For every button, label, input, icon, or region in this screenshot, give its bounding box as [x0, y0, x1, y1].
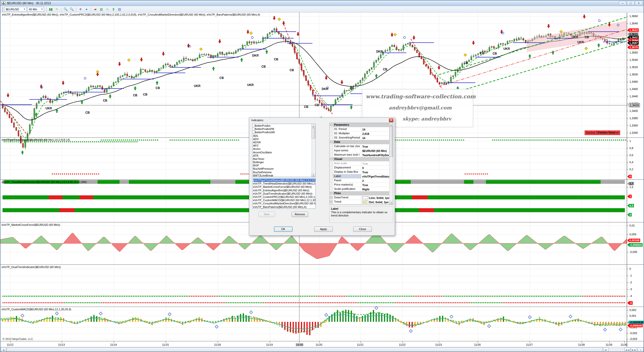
property-section-visual[interactable]: −Visual	[330, 157, 393, 161]
available-indicator-item[interactable]: BuySellPressure	[253, 167, 315, 170]
apply-button[interactable]: Apply	[314, 227, 333, 232]
available-indicator-item[interactable]: _BetterProAmPB	[253, 127, 315, 131]
grid-scroll-thumb[interactable]	[389, 127, 393, 157]
available-indicator-item[interactable]: ADXR	[253, 141, 315, 144]
property-grid[interactable]: −Parameters01. Period1402. Multiplier2,6…	[329, 123, 393, 205]
maximize-button[interactable]: ▢	[627, 1, 634, 5]
property-value-cell[interactable]: 0	[361, 166, 393, 170]
property-section-plots[interactable]: −Plots	[330, 191, 393, 196]
zoom-out-icon[interactable]: 🔍	[69, 7, 74, 12]
scroll-up-icon[interactable]: ▲	[312, 124, 315, 128]
scroll-page-right-icon[interactable]: ►►	[631, 347, 637, 352]
property-row-auto-scale[interactable]: Auto scaleTrue	[330, 161, 393, 166]
available-indicators-list[interactable]: _BetterProAm_BetterProAmPB_BetterProAmSM…	[252, 124, 316, 177]
property-row-03-smoothingperiod[interactable]: 03. SmoothingPeriod14	[330, 136, 393, 140]
available-indicator-item[interactable]: _BetterProAmSM	[253, 131, 315, 134]
property-value-cell[interactable]: True	[361, 183, 393, 187]
property-value-cell[interactable]: True	[361, 161, 393, 165]
available-indicator-item[interactable]: ADX	[253, 138, 315, 141]
selected-indicator-item[interactable]: eVoTP_EntriesAlgorithm($EURUSD (60 Min))	[253, 189, 315, 192]
window-titlebar[interactable]: $EURUSD (60 Min) 30.11.2013 — ▢ ✕	[1, 1, 643, 6]
scroll-page-left-icon[interactable]: ◄◄	[624, 347, 630, 352]
account-dollar-icon[interactable]: $	[111, 7, 116, 12]
property-value-cell[interactable]: TwoHundredFiftySix	[361, 153, 393, 157]
property-value-cell[interactable]: 2	[361, 179, 393, 183]
available-indicator-item[interactable]: BarTimer	[253, 157, 315, 161]
selected-indicator-item[interactable]: eVoTP_TrendHeatDetection($EURUSD (60 Min…	[253, 182, 315, 185]
crosshair-icon[interactable]: ✛	[78, 7, 83, 12]
property-value-cell[interactable]: Line; Solid; 1px	[361, 204, 393, 205]
available-indicator-item[interactable]: AroonOscillator	[253, 151, 315, 154]
grid-scrollbar[interactable]: ▲▼	[389, 123, 393, 204]
property-row-panel[interactable]: Panel2	[330, 179, 393, 183]
indicator-colors-icon[interactable]: ▰	[93, 7, 98, 12]
property-value-cell[interactable]: Right	[361, 187, 393, 191]
selected-indicator-item[interactable]: eVoTP_CrossAndMarketDirection($EURUSD (6…	[253, 202, 315, 205]
property-value-cell[interactable]: $EURUSD (60 Min)	[361, 149, 393, 153]
scrollbar-thumb[interactable]	[7, 347, 603, 352]
h-scrollbar[interactable]: ◄ ► ◄◄ ►► ▪	[1, 347, 644, 352]
available-indicator-item[interactable]: BuySellVolume	[253, 171, 315, 174]
available-indicator-item[interactable]: Aroon	[253, 147, 315, 151]
selected-indicators-list[interactable]: eVoTPgetTrendStatus($EURUSD (60 Min),14,…	[252, 178, 316, 209]
property-value-cell[interactable]: Line; Solid; 1px	[361, 196, 393, 200]
collapse-icon[interactable]: −	[330, 192, 332, 194]
remove-button[interactable]: Remove	[292, 212, 308, 217]
property-section-parameters[interactable]: −Parameters	[330, 123, 393, 127]
property-value-cell[interactable]: 14	[361, 136, 393, 140]
property-row-scale-justification[interactable]: Scale justificationRight	[330, 187, 393, 191]
property-row-displacement[interactable]: Displacement0	[330, 166, 393, 170]
scroll-reset-icon[interactable]: ▪	[637, 347, 643, 352]
scroll-right-icon[interactable]: ►	[603, 347, 609, 352]
interval-select[interactable]: 60 Min▼	[27, 7, 44, 12]
data-grid-icon[interactable]: ▤	[117, 7, 122, 12]
drawing-tools-icon[interactable]: ✎	[54, 7, 60, 12]
property-section-data[interactable]: −Data	[330, 140, 393, 144]
volume-bars-icon[interactable]: ▥	[99, 7, 104, 12]
list-scroll-thumb[interactable]	[312, 128, 315, 139]
available-indicator-item[interactable]: ADL	[253, 134, 315, 138]
property-value-cell[interactable]: Dot; Solid; 1px	[361, 200, 393, 204]
scroll-left-icon[interactable]: ◄	[1, 347, 6, 352]
close-button[interactable]: ✕	[635, 1, 642, 5]
snap-marker-icon[interactable]: ●	[84, 7, 89, 12]
scroll-down-icon[interactable]: ▼	[389, 201, 393, 204]
available-indicator-item[interactable]: Bollinger	[253, 161, 315, 164]
selected-indicator-item[interactable]: eVoTP_BarsPaterns($EURUSD (60 Min),4)	[253, 205, 315, 209]
property-value-cell[interactable]: 14	[361, 127, 393, 131]
available-indicator-item[interactable]: _BetterProAm	[253, 124, 315, 127]
selected-indicator-item[interactable]: eVoTP_CustomMACD($EURUSD (60 Min),12,1,3…	[253, 199, 315, 202]
property-value-cell[interactable]: 2,618	[361, 131, 393, 136]
selected-indicator-item[interactable]: eVoTP_CustomPRC2($EURUSD (60 Min),2,100,…	[253, 195, 315, 199]
available-indicator-item[interactable]: ATR	[253, 154, 315, 157]
property-row-calculate-on-bar-clos[interactable]: Calculate on bar closTrue	[330, 144, 393, 149]
property-row-display-in-data-box[interactable]: Display in Data BoxTrue	[330, 170, 393, 174]
expand-icon[interactable]: +	[330, 201, 332, 203]
property-row-input-series[interactable]: Input series$EURUSD (60 Min)	[330, 149, 393, 153]
property-value-cell[interactable]: eVoTPgetTrendStatu	[361, 174, 393, 178]
selected-indicator-item[interactable]: eVoTP_DualTrendIndicator($EURUSD (60 Min…	[253, 192, 315, 195]
dialog-close-icon[interactable]: ✕	[389, 118, 393, 122]
property-row-01-period[interactable]: 01. Period14	[330, 127, 393, 131]
expand-icon[interactable]: +	[330, 196, 332, 199]
collapse-icon[interactable]: −	[330, 158, 332, 160]
available-indicator-item[interactable]: APZ	[253, 144, 315, 147]
property-value-cell[interactable]: True	[361, 170, 393, 174]
property-row-price-marker-s-[interactable]: Price marker(s)True	[330, 183, 393, 187]
available-indicator-item[interactable]: BWT3LineBreak	[253, 174, 315, 177]
list-scrollbar[interactable]: ▲▼	[311, 124, 315, 177]
new-button[interactable]: New	[258, 212, 275, 217]
selected-indicator-item[interactable]: eVoTPgetTrendStatus($EURUSD (60 Min),14,…	[253, 179, 315, 182]
selected-indicator-item[interactable]: eVoTP_MarketCrossForce($EURUSD (60 Min))	[253, 185, 315, 189]
collapse-icon[interactable]: −	[330, 141, 332, 143]
property-row-downtrend[interactable]: +DownTrendLine; Solid; 1px	[330, 196, 393, 200]
collapse-icon[interactable]: −	[330, 124, 332, 126]
property-row-label[interactable]: LabeleVoTPgetTrendStatu	[330, 174, 393, 179]
property-row-trend[interactable]: +TrendDot; Solid; 1px	[330, 200, 393, 204]
property-row-02-multiplier[interactable]: 02. Multiplier2,618	[330, 131, 393, 136]
toolbar-grip-icon[interactable]	[2, 7, 3, 12]
close-dialog-button[interactable]: Close	[353, 227, 372, 232]
chart-overview-icon[interactable]: ∿	[105, 7, 110, 12]
chart-style-icon[interactable]: ▮▮	[48, 7, 54, 12]
plot-color-swatch[interactable]	[362, 196, 368, 199]
